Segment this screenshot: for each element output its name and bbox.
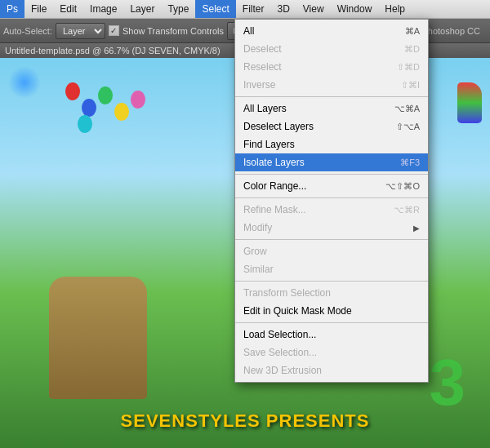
menu-view[interactable]: View [296, 0, 331, 18]
section-refine: Refine Mask... ⌥⌘R Modify ▶ [235, 198, 428, 240]
number-3: 3 [430, 350, 466, 415]
deer-area [49, 277, 147, 399]
menu-ps[interactable]: Ps [0, 0, 24, 18]
menu-window[interactable]: Window [331, 0, 379, 18]
menu-new-3d-extrusion[interactable]: New 3D Extrusion [235, 362, 428, 379]
section-color-range: Color Range... ⌥⇧⌘O [235, 175, 428, 198]
menu-3d[interactable]: 3D [270, 0, 296, 18]
menu-deselect-layers[interactable]: Deselect Layers ⇧⌥A [235, 118, 428, 135]
menu-filter[interactable]: Filter [236, 0, 271, 18]
menu-transform-selection[interactable]: Transform Selection [235, 284, 428, 302]
balloon-blue [82, 99, 96, 117]
balloon-yellow [114, 103, 129, 121]
balloon-pink [131, 91, 145, 109]
menu-isolate-layers[interactable]: Isolate Layers ⌘F3 [235, 153, 428, 171]
menu-all-layers[interactable]: All Layers ⌥⌘A [235, 100, 428, 118]
section-grow: Grow Similar [235, 240, 428, 282]
menu-inverse[interactable]: Inverse ⇧⌘I [235, 76, 428, 94]
section-basic: All ⌘A Deselect ⌘D Reselect ⇧⌘D Inverse … [235, 20, 428, 97]
app-title: Photoshop CC [421, 26, 480, 36]
menu-help[interactable]: Help [378, 0, 412, 18]
menu-similar[interactable]: Similar [235, 260, 428, 278]
show-transform-label: Show Transform Controls [122, 26, 224, 36]
menu-reselect[interactable]: Reselect ⇧⌘D [235, 58, 428, 76]
balloon-green [98, 86, 113, 104]
menu-modify[interactable]: Modify ▶ [235, 219, 428, 237]
parrot [457, 82, 482, 123]
balloon-red [65, 82, 80, 100]
menu-bar: Ps File Edit Image Layer Type Select Fil… [0, 0, 490, 19]
section-load-save: Load Selection... Save Selection... New … [235, 323, 428, 382]
menu-save-selection[interactable]: Save Selection... [235, 344, 428, 362]
menu-file[interactable]: File [24, 0, 53, 18]
menu-select[interactable]: Select [195, 0, 235, 18]
menu-find-layers[interactable]: Find Layers [235, 135, 428, 153]
auto-select-label: Auto-Select: [3, 26, 52, 36]
menu-color-range[interactable]: Color Range... ⌥⇧⌘O [235, 177, 428, 195]
document-overlay-text: SEVENSTYLES PRESENTS [0, 410, 490, 432]
menu-quick-mask[interactable]: Edit in Quick Mask Mode [235, 302, 428, 320]
menu-image[interactable]: Image [83, 0, 123, 18]
menu-deselect[interactable]: Deselect ⌘D [235, 40, 428, 58]
menu-load-selection[interactable]: Load Selection... [235, 326, 428, 344]
section-layers: All Layers ⌥⌘A Deselect Layers ⇧⌥A Find … [235, 97, 428, 175]
fireworks [8, 66, 41, 99]
select-dropdown-menu[interactable]: All ⌘A Deselect ⌘D Reselect ⇧⌘D Inverse … [234, 19, 429, 383]
menu-edit[interactable]: Edit [53, 0, 83, 18]
section-transform: Transform Selection Edit in Quick Mask M… [235, 282, 428, 323]
document-title: Untitled-template.psd @ 66.7% (DJ SEVEN,… [5, 46, 220, 55]
balloon-cyan [78, 115, 92, 133]
menu-type[interactable]: Type [161, 0, 195, 18]
auto-select-dropdown[interactable]: Layer Group [56, 23, 105, 39]
menu-grow[interactable]: Grow [235, 242, 428, 260]
show-transform-checkbox[interactable] [109, 25, 119, 36]
menu-all[interactable]: All ⌘A [235, 22, 428, 40]
menu-refine-mask[interactable]: Refine Mask... ⌥⌘R [235, 201, 428, 219]
menu-layer[interactable]: Layer [123, 0, 161, 18]
